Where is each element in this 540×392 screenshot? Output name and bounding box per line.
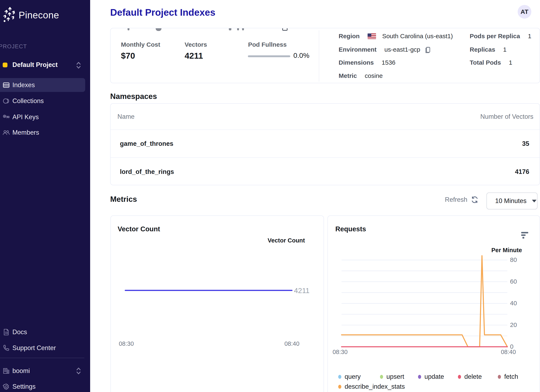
stat-label: Vectors [185, 41, 207, 48]
detail-label: Dimensions [339, 59, 374, 66]
members-icon [2, 129, 10, 136]
legend-item-fetch[interactable]: fetch [498, 372, 518, 381]
vector-count-line-chart [111, 216, 324, 392]
legend-dot [338, 385, 341, 389]
legend-item-delete[interactable]: delete [458, 372, 482, 381]
refresh-label: Refresh [445, 196, 467, 203]
pod-fullness-bar [248, 55, 290, 57]
sidebar-item-support-center[interactable]: Support Center [0, 341, 85, 355]
stat-value: 4211 [185, 51, 207, 61]
legend-dot [380, 375, 383, 379]
clipped-text-remnant [156, 28, 161, 31]
legend-item-describe-index-stats[interactable]: describe_index_stats [338, 382, 405, 391]
stat-vectors: Vectors 4211 [185, 41, 207, 61]
detail-metric: Metric cosine [339, 72, 383, 80]
detail-value: 1536 [382, 59, 395, 66]
clipped-text-remnant [237, 28, 239, 30]
requests-line-chart [328, 216, 540, 392]
legend-dot [498, 375, 501, 379]
vector-count-chart-card: Vector Count Vector Count 4211 08:30 08:… [110, 216, 324, 392]
sidebar-item-label: Support Center [12, 344, 56, 352]
sidebar: Pinecone PROJECT Default Project Indexes… [0, 0, 90, 392]
namespaces-table: Name Number of Vectors game_of_thrones 3… [110, 103, 540, 185]
x-axis-tick: 08:30 [329, 349, 351, 355]
sidebar-item-collections[interactable]: Collections [0, 94, 85, 108]
project-color-swatch [3, 63, 7, 67]
detail-value: cosine [365, 72, 383, 79]
org-name: boomi [12, 367, 30, 375]
avatar[interactable]: AT [518, 5, 531, 19]
detail-dimensions: Dimensions 1536 [339, 59, 395, 67]
sidebar-item-label: Docs [12, 328, 27, 336]
namespaces-heading: Namespaces [110, 92, 157, 101]
organization-icon [2, 367, 10, 375]
legend-label: query [345, 373, 361, 380]
legend-item-upsert[interactable]: upsert [380, 372, 404, 381]
y-axis-tick: 20 [510, 321, 525, 328]
metrics-heading: Metrics [110, 195, 137, 204]
pod-fullness-value: 0.0% [293, 51, 310, 59]
phone-icon [2, 344, 10, 352]
namespace-name: game_of_thrones [120, 140, 173, 147]
x-axis-tick: 08:40 [280, 340, 303, 347]
chevron-updown-icon [76, 367, 81, 375]
legend-label: fetch [504, 373, 518, 380]
sidebar-item-api-keys[interactable]: API Keys [0, 110, 85, 124]
clipped-text-remnant [242, 28, 244, 30]
legend-label: delete [464, 373, 482, 380]
namespace-vector-count: 35 [522, 140, 529, 147]
sidebar-item-label: Indexes [12, 81, 35, 89]
table-header-row: Name Number of Vectors [111, 104, 540, 130]
page-title: Default Project Indexes [110, 7, 215, 18]
brand-logo[interactable]: Pinecone [2, 7, 59, 24]
brand-name: Pinecone [19, 10, 59, 21]
sidebar-item-members[interactable]: Members [0, 126, 85, 139]
chevron-updown-icon [76, 61, 81, 69]
x-axis-tick: 08:40 [497, 349, 520, 355]
y-axis-tick: 40 [510, 300, 525, 307]
sidebar-item-indexes[interactable]: Indexes [0, 78, 85, 92]
stat-label: Pod Fullness [248, 41, 287, 48]
table-row[interactable]: lord_of_the_rings 4176 [111, 158, 540, 186]
detail-environment: Environment us-east1-gcp [339, 46, 431, 54]
stat-monthly-cost: Monthly Cost $70 [121, 41, 160, 61]
index-overview-card: Monthly Cost $70 Vectors 4211 Pod Fullne… [110, 28, 540, 83]
sidebar-item-label: Members [12, 129, 39, 136]
card-divider [319, 30, 319, 82]
pinecone-logo-icon [2, 7, 16, 24]
project-section-label: PROJECT [0, 43, 27, 50]
detail-value: 1 [509, 59, 512, 66]
sidebar-item-label: Collections [12, 97, 44, 105]
key-icon [2, 113, 10, 121]
project-switcher[interactable]: Default Project [0, 60, 90, 69]
detail-value: South Carolina (us-east1) [382, 33, 453, 40]
chevron-down-icon [532, 200, 536, 202]
org-switcher[interactable]: boomi [0, 364, 85, 378]
legend-label: describe_index_stats [345, 383, 405, 390]
legend-dot [338, 375, 341, 379]
detail-value: 1 [528, 33, 531, 40]
legend-item-query[interactable]: query [338, 372, 361, 381]
detail-pods-per-replica: Pods per Replica 1 [470, 32, 531, 40]
clipped-text-remnant [128, 28, 130, 30]
sidebar-item-settings[interactable]: Settings [0, 380, 85, 392]
document-icon [2, 328, 10, 336]
refresh-button[interactable]: Refresh [445, 195, 479, 204]
legend-item-update[interactable]: update [418, 372, 444, 381]
table-row[interactable]: game_of_thrones 35 [111, 130, 540, 158]
indexes-icon [2, 81, 10, 89]
detail-label: Region [339, 33, 360, 40]
namespace-name: lord_of_the_rings [120, 168, 174, 176]
sidebar-item-docs[interactable]: Docs [0, 325, 85, 339]
y-axis-tick: 60 [510, 278, 525, 285]
copy-icon[interactable] [425, 46, 431, 54]
stat-pod-fullness: Pod Fullness [248, 41, 287, 48]
legend-label: update [425, 373, 444, 380]
refresh-icon [470, 195, 479, 204]
clipped-text-remnant [229, 28, 231, 30]
line-end-value: 4211 [294, 286, 310, 295]
us-flag-icon [368, 34, 376, 39]
interval-dropdown[interactable]: 10 Minutes [486, 192, 538, 209]
detail-label: Pods per Replica [470, 33, 520, 40]
gear-icon [2, 383, 10, 390]
